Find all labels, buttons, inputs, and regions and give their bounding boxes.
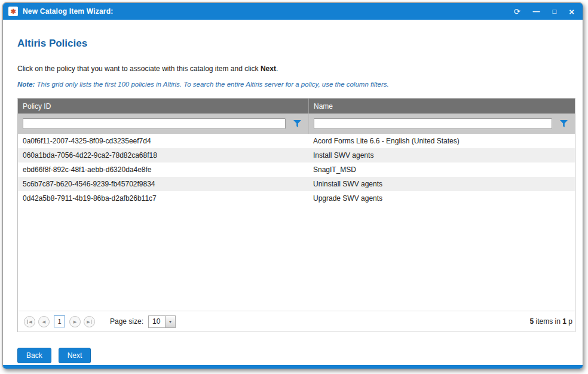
next-page-icon: ▶ [74,320,76,324]
page-title: Altiris Policies [17,38,575,50]
app-icon: ✱ [8,7,18,16]
name-filter-input[interactable] [314,118,552,129]
items-mid-text: items in [534,317,562,326]
filter-icon[interactable] [286,120,308,127]
pages-count: 1 [562,317,566,326]
table-row[interactable]: 5c6b7c87-b620-4546-9239-fb45702f9834 Uni… [18,177,575,191]
policy-id-cell[interactable]: 0a0f6f11-2007-4325-8f09-cd3235eef7d4 [18,134,308,148]
name-cell[interactable]: Acord Forms Lite 6.6 - English (United S… [308,134,575,148]
table-row[interactable]: 0d42a5b8-7911-4b19-86ba-d2afb26b11c7 Upg… [18,191,575,206]
note-body: This grid only lists the first 100 polic… [35,81,388,88]
back-button[interactable]: Back [17,348,51,363]
name-filter-cell [308,114,575,134]
window-bottom-strip [3,365,583,369]
chevron-down-icon[interactable]: ▼ [165,316,175,327]
current-page-box[interactable]: 1 [54,315,65,327]
policy-id-filter-input[interactable] [23,118,286,129]
policies-grid: Policy ID Name [17,98,575,332]
last-page-bar [91,320,91,324]
policy-id-filter-cell [18,114,308,134]
note-label: Note: [17,81,35,88]
page-size-label: Page size: [110,317,143,326]
grid-pager: ◀ ◀ 1 ▶ ▶ Page size: 10 ▼ 5 items in 1 p [18,311,575,332]
policy-id-cell[interactable]: ebd66f8f-892c-48f1-aebb-d6320da4e8fe [18,163,308,177]
previous-page-icon: ◀ [42,320,45,324]
policy-id-cell[interactable]: 060a1bda-7056-4d22-9ca2-78d82ca68f18 [18,148,308,163]
close-icon[interactable]: × [569,7,574,16]
policy-id-cell[interactable]: 0d42a5b8-7911-4b19-86ba-d2afb26b11c7 [18,191,308,206]
grid-body: 0a0f6f11-2007-4325-8f09-cd3235eef7d4 Aco… [18,134,575,311]
instruction-suffix: . [276,65,278,73]
instruction-prefix: Click on the policy that you want to ass… [17,65,261,73]
wizard-window: ✱ New Catalog Item Wizard: ⟳ — □ × Altir… [2,2,583,369]
table-row[interactable]: 0a0f6f11-2007-4325-8f09-cd3235eef7d4 Aco… [18,134,575,148]
name-cell[interactable]: Install SWV agents [308,148,575,163]
first-page-bar [27,320,28,324]
name-cell[interactable]: SnagIT_MSD [308,163,575,177]
first-page-icon: ◀ [29,320,32,324]
next-button[interactable]: Next [59,348,91,363]
page-size-select[interactable]: 10 ▼ [148,315,176,328]
minimize-icon[interactable]: — [533,8,540,15]
instruction-next-emphasis: Next [261,65,276,73]
grid-filter-row [18,114,575,134]
previous-page-button[interactable]: ◀ [38,316,50,327]
policy-id-cell[interactable]: 5c6b7c87-b620-4546-9239-fb45702f9834 [18,177,308,191]
instruction-text: Click on the policy that you want to ass… [17,65,575,73]
maximize-icon[interactable]: □ [553,8,557,15]
page-size-value: 10 [149,316,165,327]
filter-icon[interactable] [552,120,575,127]
column-header-policy-id[interactable]: Policy ID [18,99,308,114]
next-page-button[interactable]: ▶ [69,316,81,327]
window-controls: ⟳ — □ × [514,7,574,16]
items-summary: 5 items in 1 p [530,317,572,326]
first-page-button[interactable]: ◀ [24,316,35,327]
items-suffix-text: p [566,317,572,326]
refresh-icon[interactable]: ⟳ [514,8,520,16]
last-page-icon: ▶ [87,320,90,324]
column-header-name[interactable]: Name [308,99,575,114]
name-cell[interactable]: Uninstall SWV agents [308,177,575,191]
wizard-buttons: Back Next [17,348,575,363]
note-text: Note: This grid only lists the first 100… [17,81,575,88]
wizard-content: Altiris Policies Click on the policy tha… [3,20,583,369]
last-page-button[interactable]: ▶ [84,316,95,327]
grid-header-row: Policy ID Name [18,99,575,114]
title-bar: ✱ New Catalog Item Wizard: ⟳ — □ × [3,3,583,20]
window-title: New Catalog Item Wizard: [23,7,113,16]
name-cell[interactable]: Upgrade SWV agents [308,191,575,206]
table-row[interactable]: 060a1bda-7056-4d22-9ca2-78d82ca68f18 Ins… [18,148,575,163]
table-row[interactable]: ebd66f8f-892c-48f1-aebb-d6320da4e8fe Sna… [18,163,575,177]
